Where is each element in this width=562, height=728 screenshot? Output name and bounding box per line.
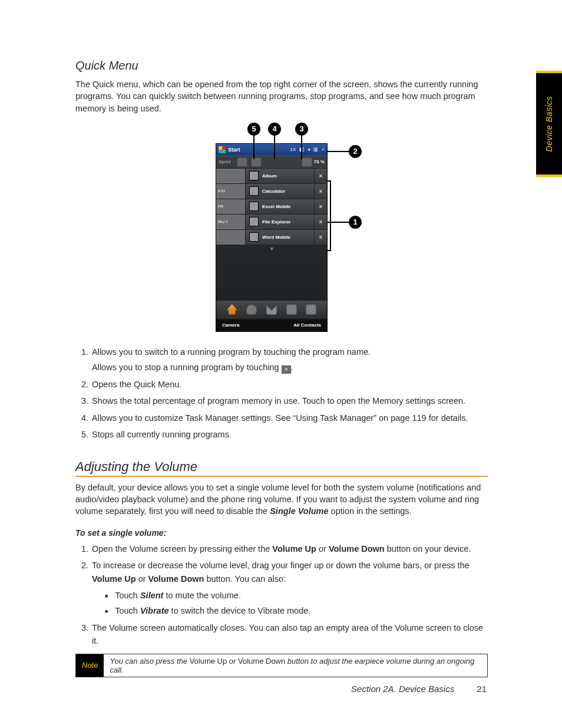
phone-screenshot: Start 1X ▮▯ ◂ ▥ ≡ Sprint 73 % xyxy=(216,143,328,332)
legend-subline: Allows you to stop a running program by … xyxy=(92,361,488,374)
app-row: May 1 File Explorer × xyxy=(216,215,327,230)
volume-up-term: Volume Up xyxy=(190,657,227,666)
app-label: Album xyxy=(262,173,314,179)
text: To increase or decrease the volume level… xyxy=(92,561,470,570)
heading-quick-menu: Quick Menu xyxy=(75,59,488,73)
note-tag: Note xyxy=(76,654,104,677)
chevron-down-icon: ▾ xyxy=(216,245,327,251)
silent-term: Silent xyxy=(140,591,163,600)
text: Touch xyxy=(115,606,140,615)
status-icons: 1X ▮▯ ◂ ▥ ≡ xyxy=(290,147,327,152)
step-3: The Volume screen automatically closes. … xyxy=(91,621,488,648)
softkey-left: Camera xyxy=(222,322,239,328)
memory-icon xyxy=(302,157,312,167)
page-content: Quick Menu The Quick menu, which can be … xyxy=(75,59,488,677)
close-icon: × xyxy=(314,169,327,183)
single-volume-term: Single Volume xyxy=(270,506,328,516)
volume-up-term: Volume Up xyxy=(272,544,316,554)
text: option in the settings. xyxy=(329,506,412,516)
start-label: Start xyxy=(228,147,240,153)
text: button. You can also: xyxy=(204,574,286,584)
softkey-right: All Contacts xyxy=(293,322,321,328)
heading-adjusting-volume: Adjusting the Volume xyxy=(75,459,488,477)
lead-line xyxy=(301,136,302,159)
app-label: Excel Mobile xyxy=(262,204,314,209)
step-2: To increase or decrease the volume level… xyxy=(91,559,488,618)
bullet-silent: Touch Silent to mute the volume. xyxy=(105,589,488,602)
legend-item-2: Opens the Quick Menu. xyxy=(91,378,488,391)
lead-bracket xyxy=(328,180,331,182)
app-row: 8:51 Calculator × xyxy=(216,184,327,199)
home-slice xyxy=(216,169,246,183)
page-footer: Section 2A. Device Basics 21 xyxy=(351,684,487,694)
home-icon xyxy=(227,304,237,315)
note-box: Note You can also press the Volume Up or… xyxy=(75,654,488,677)
app-label: File Explorer xyxy=(262,219,314,225)
legend-item-5: Stops all currently running programs. xyxy=(91,428,488,441)
phone-softkey-bar: Camera All Contacts xyxy=(216,319,327,331)
legend-item-4: Allows you to customize Task Manager set… xyxy=(91,411,488,424)
volume-down-term: Volume Down xyxy=(238,657,285,666)
volume-up-term: Volume Up xyxy=(92,574,136,584)
phone-tab-bar xyxy=(216,301,327,318)
close-icon: × xyxy=(314,184,327,199)
messages-icon xyxy=(266,304,277,315)
word-icon xyxy=(249,232,259,242)
internet-icon xyxy=(306,304,316,315)
volume-down-term: Volume Down xyxy=(329,544,385,554)
text: or xyxy=(136,574,148,584)
home-slice: May 1 xyxy=(216,215,246,229)
mail-icon xyxy=(286,304,297,315)
app-row: Album × xyxy=(216,169,327,184)
stop-all-icon xyxy=(237,157,247,167)
text: to switch the device to Vibrate mode. xyxy=(169,606,311,615)
lead-bracket xyxy=(328,250,331,251)
app-label: Calculator xyxy=(262,189,314,194)
bullet-vibrate: Touch Vibrate to switch the device to Vi… xyxy=(105,604,488,617)
close-icon: × xyxy=(314,199,327,214)
wrench-icon xyxy=(251,157,262,167)
legend-text: Allows you to switch to a running progra… xyxy=(92,347,371,357)
volume-steps: Open the Volume screen by pressing eithe… xyxy=(75,542,488,648)
lead-line xyxy=(328,151,349,152)
legend-text: . xyxy=(291,363,293,372)
text: or xyxy=(316,544,329,554)
legend-text: Allows you to stop a running program by … xyxy=(92,363,282,372)
text: Open the Volume screen by pressing eithe… xyxy=(92,544,272,554)
volume-sub-instruction: To set a single volume: xyxy=(75,528,488,538)
close-icon: × xyxy=(314,215,327,229)
quick-menu-app-list: Album × 8:51 Calculator × FM Excel Mobil… xyxy=(216,169,327,251)
excel-icon xyxy=(249,202,259,211)
lead-line xyxy=(253,136,254,159)
callout-4: 4 xyxy=(268,123,281,136)
callout-5: 5 xyxy=(247,123,260,136)
vibrate-term: Vibrate xyxy=(140,606,169,615)
album-icon xyxy=(249,171,259,180)
footer-page-number: 21 xyxy=(477,684,487,694)
text: to mute the volume. xyxy=(163,591,240,600)
home-slice: 8:51 xyxy=(216,184,246,199)
text: or xyxy=(227,657,238,666)
quick-menu-legend: Allows you to switch to a running progra… xyxy=(75,345,488,442)
step-2-bullets: Touch Silent to mute the volume. Touch V… xyxy=(92,589,488,618)
text: button on your device. xyxy=(385,544,471,554)
close-icon: × xyxy=(314,230,327,245)
home-slice xyxy=(216,230,246,245)
lead-bracket xyxy=(330,180,331,251)
lead-line xyxy=(274,136,275,159)
phone-toolbar: Sprint 73 % xyxy=(216,156,327,169)
footer-section: Section 2A. Device Basics xyxy=(351,684,454,694)
close-icon: × xyxy=(282,365,291,374)
step-1: Open the Volume screen by pressing eithe… xyxy=(91,542,488,555)
people-icon xyxy=(246,304,257,315)
app-row: FM Excel Mobile × xyxy=(216,199,327,215)
text: Touch xyxy=(115,591,140,600)
side-tab-label: Device Basics xyxy=(544,96,554,151)
file-explorer-icon xyxy=(249,217,259,226)
status-battery-icon: ▥ xyxy=(313,147,318,152)
status-speaker-icon: ◂ xyxy=(308,147,310,152)
callout-3: 3 xyxy=(295,123,308,136)
quick-menu-figure: 5 4 3 2 1 Start 1X ▮▯ ◂ ▥ ≡ xyxy=(181,123,382,335)
calculator-icon xyxy=(249,186,259,196)
legend-item-3: Shows the total percentage of program me… xyxy=(91,394,488,407)
